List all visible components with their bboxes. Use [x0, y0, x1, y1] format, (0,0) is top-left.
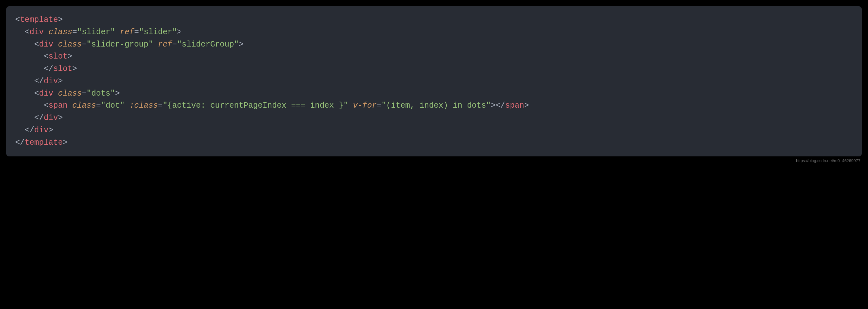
- indent: [15, 126, 25, 135]
- punct: >: [524, 101, 529, 110]
- attr-class: class: [49, 28, 72, 37]
- punct: </: [34, 113, 44, 123]
- punct: <: [34, 40, 39, 49]
- tag-span: span: [49, 101, 67, 110]
- indent: [15, 101, 44, 110]
- punct: >: [177, 28, 182, 37]
- space: [115, 28, 120, 37]
- punct: <: [44, 101, 49, 110]
- punct: >: [58, 15, 63, 24]
- indent: [15, 64, 44, 73]
- punct: >: [239, 40, 244, 49]
- punct: <: [34, 89, 39, 98]
- indent: [15, 40, 34, 49]
- string: "sliderGroup": [177, 40, 239, 49]
- punct: >: [63, 138, 67, 147]
- tag-div: div: [44, 113, 58, 123]
- attr-class: class: [72, 101, 96, 110]
- attr-class: class: [58, 89, 82, 98]
- punct: <: [15, 15, 20, 24]
- string: "(item, index) in dots": [381, 101, 491, 110]
- punct: <: [25, 28, 29, 37]
- space: [53, 40, 58, 49]
- string: "{active: currentPageIndex === index }": [163, 101, 348, 110]
- code-block: <template> <div class="slider" ref="slid…: [6, 6, 862, 157]
- tag-slot: slot: [53, 64, 72, 73]
- punct: <: [44, 52, 49, 61]
- punct: >: [58, 77, 63, 86]
- punct: >: [67, 52, 72, 61]
- tag-div: div: [39, 89, 53, 98]
- tag-span: span: [505, 101, 524, 110]
- indent: [15, 28, 25, 37]
- punct: =: [158, 101, 163, 110]
- punct: >: [115, 89, 120, 98]
- punct: =: [82, 40, 87, 49]
- punct: </: [496, 101, 505, 110]
- string: "slider": [139, 28, 177, 37]
- tag-div: div: [39, 40, 53, 49]
- punct: =: [96, 101, 101, 110]
- tag-template: template: [20, 15, 58, 24]
- punct: >: [72, 64, 77, 73]
- punct: =: [82, 89, 87, 98]
- punct: </: [44, 64, 53, 73]
- indent: [15, 77, 34, 86]
- punct: </: [25, 126, 34, 135]
- space: [53, 89, 58, 98]
- punct: >: [49, 126, 53, 135]
- indent: [15, 52, 44, 61]
- punct: =: [172, 40, 177, 49]
- attr-class: class: [58, 40, 82, 49]
- attr-ref: ref: [120, 28, 134, 37]
- string: "dot": [101, 101, 125, 110]
- tag-div: div: [44, 77, 58, 86]
- space: [125, 101, 129, 110]
- tag-template: template: [25, 138, 63, 147]
- space: [348, 101, 353, 110]
- punct: =: [134, 28, 139, 37]
- punct: =: [377, 101, 381, 110]
- punct: </: [34, 77, 44, 86]
- attr-ref: ref: [158, 40, 172, 49]
- footer-watermark: https://blog.csdn.net/m0_46269977: [6, 157, 862, 164]
- string: "slider": [77, 28, 115, 37]
- tag-div: div: [29, 28, 44, 37]
- punct: >: [491, 101, 496, 110]
- indent: [15, 89, 34, 98]
- tag-div: div: [34, 126, 49, 135]
- attr-bclass: :class: [129, 101, 158, 110]
- indent: [15, 113, 34, 123]
- tag-slot: slot: [49, 52, 67, 61]
- space: [44, 28, 49, 37]
- punct: >: [58, 113, 63, 123]
- punct: =: [72, 28, 77, 37]
- string: "slider-group": [87, 40, 153, 49]
- punct: </: [15, 138, 25, 147]
- space: [67, 101, 72, 110]
- space: [153, 40, 158, 49]
- attr-vfor: v-for: [353, 101, 377, 110]
- string: "dots": [87, 89, 115, 98]
